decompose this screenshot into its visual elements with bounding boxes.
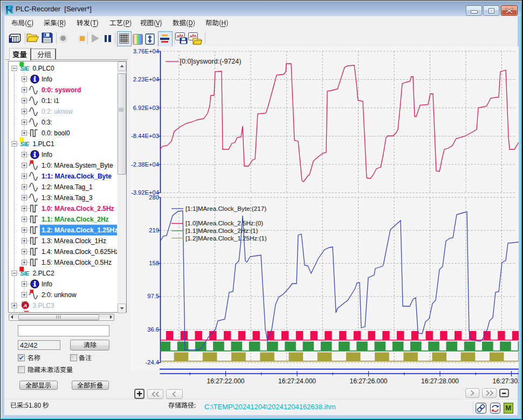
svg-text:1.4: MArea.Clock_0.625Hz: 1.4: MArea.Clock_0.625Hz xyxy=(42,248,117,256)
svg-text:1.1: MArea.Clock_2Hz: 1.1: MArea.Clock_2Hz xyxy=(42,216,109,223)
svg-text:1:3: MArea.Tag_3: 1:3: MArea.Tag_3 xyxy=(42,194,93,202)
svg-text:97.5: 97.5 xyxy=(147,293,159,299)
svg-text:[0:0]sysword:(-9724): [0:0]sysword:(-9724) xyxy=(180,58,242,65)
svg-text:2.23E+04: 2.23E+04 xyxy=(133,76,159,82)
svg-text:2.PLC2: 2.PLC2 xyxy=(33,270,54,277)
svg-text:219: 219 xyxy=(149,227,159,233)
svg-text:0:0: sysword: 0:0: sysword xyxy=(42,86,81,94)
svg-text:0:3:: 0:3: xyxy=(42,119,52,126)
svg-text:3.PLC3: 3.PLC3 xyxy=(33,302,54,309)
svg-text:[1.2]MArea.Clock_1.25Hz:(1): [1.2]MArea.Clock_1.25Hz:(1) xyxy=(185,235,267,242)
svg-text:16:27:30.000: 16:27:30.000 xyxy=(492,377,519,385)
svg-text:1:1: MArea.Clock_Byte: 1:1: MArea.Clock_Byte xyxy=(42,173,112,180)
svg-text:1.PLC1: 1.PLC1 xyxy=(33,140,54,148)
svg-text:0.0: bool0: 0.0: bool0 xyxy=(42,129,70,137)
svg-text:158: 158 xyxy=(149,260,159,266)
svg-text:0:1: i1: 0:1: i1 xyxy=(42,97,59,105)
svg-text:16:27:24.000: 16:27:24.000 xyxy=(278,377,316,385)
svg-text:280: 280 xyxy=(149,194,159,201)
svg-text:-24.4: -24.4 xyxy=(146,359,160,366)
svg-text:2:0: unknow: 2:0: unknow xyxy=(42,291,77,299)
svg-text:16:27:22.000: 16:27:22.000 xyxy=(207,377,244,385)
svg-text:36.6: 36.6 xyxy=(147,326,159,333)
svg-text:Info: Info xyxy=(42,151,52,159)
svg-text:Info: Info xyxy=(42,280,52,288)
svg-text:Info: Info xyxy=(42,75,52,83)
svg-text:0.PLC0: 0.PLC0 xyxy=(33,65,54,72)
svg-text:A: A xyxy=(23,302,27,308)
svg-text:1.0: MArea.Clock_2.5Hz: 1.0: MArea.Clock_2.5Hz xyxy=(42,205,114,212)
svg-text:[1.1]MArea.Clock_2Hz:(1): [1.1]MArea.Clock_2Hz:(1) xyxy=(185,227,258,234)
svg-text:3.76E+04: 3.76E+04 xyxy=(133,48,159,54)
svg-text:0:2: uknow: 0:2: uknow xyxy=(42,108,73,115)
svg-text:-8.44E+03: -8.44E+03 xyxy=(131,133,159,139)
svg-text:1:0: MArea.System_Byte: 1:0: MArea.System_Byte xyxy=(42,162,113,169)
svg-text:[1.0]MArea.Clock_2.5Hz:(0): [1.0]MArea.Clock_2.5Hz:(0) xyxy=(185,219,263,226)
svg-text:16:27:28.000: 16:27:28.000 xyxy=(421,377,459,385)
svg-text:1.3: MArea.Clock_1Hz: 1.3: MArea.Clock_1Hz xyxy=(42,237,106,245)
svg-text:1:2: MArea.Tag_1: 1:2: MArea.Tag_1 xyxy=(42,183,93,191)
svg-text:[1:1]MArea.Clock_Byte:(217): [1:1]MArea.Clock_Byte:(217) xyxy=(185,205,266,212)
svg-text:6.92E+03: 6.92E+03 xyxy=(133,105,159,111)
svg-text:16:27:26.000: 16:27:26.000 xyxy=(349,377,387,385)
svg-text:1.5: MArea.Clock_0.5Hz: 1.5: MArea.Clock_0.5Hz xyxy=(42,259,112,266)
svg-text:-2.38E+04: -2.38E+04 xyxy=(131,161,159,168)
svg-text:1.2: MArea.Clock_1.25Hz: 1.2: MArea.Clock_1.25Hz xyxy=(42,226,117,234)
